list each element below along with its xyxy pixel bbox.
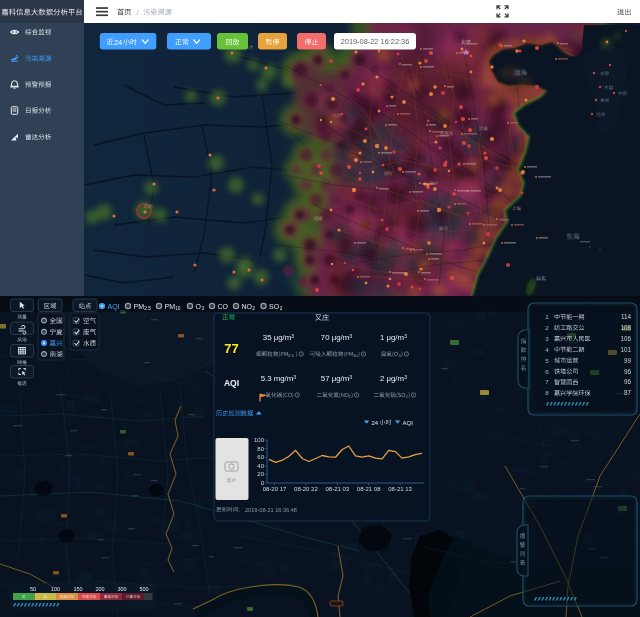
svg-text:200: 200 <box>95 586 104 592</box>
svg-text:20: 20 <box>257 471 264 477</box>
svg-text:3: 3 <box>291 333 294 339</box>
svg-text:99: 99 <box>624 357 632 364</box>
svg-text:101: 101 <box>620 346 631 353</box>
svg-text:AQI: AQI <box>224 378 239 388</box>
svg-text:SO: SO <box>269 303 280 310</box>
svg-text:40: 40 <box>257 463 264 469</box>
svg-text:08-20 17: 08-20 17 <box>263 486 287 492</box>
svg-text:3: 3 <box>404 333 407 339</box>
svg-text:1: 1 <box>545 313 549 320</box>
svg-text:PM: PM <box>165 303 176 310</box>
svg-text:108: 108 <box>620 324 631 331</box>
svg-text:6: 6 <box>545 368 549 375</box>
svg-text:NO: NO <box>242 303 253 310</box>
svg-text:08-21 08: 08-21 08 <box>357 486 381 492</box>
svg-text:96: 96 <box>624 378 632 385</box>
svg-text:77: 77 <box>224 341 238 356</box>
svg-text:100: 100 <box>254 437 265 443</box>
svg-text:3: 3 <box>349 374 352 380</box>
svg-text:24: 24 <box>372 420 379 426</box>
svg-text:08-20 22: 08-20 22 <box>294 486 318 492</box>
svg-text:35 μg/m: 35 μg/m <box>263 333 291 342</box>
svg-text:70 μg/m: 70 μg/m <box>321 333 349 342</box>
svg-text:5: 5 <box>545 357 549 364</box>
svg-text:5.3 mg/m: 5.3 mg/m <box>261 374 294 383</box>
svg-text:24: 24 <box>114 38 122 47</box>
svg-text:500: 500 <box>139 586 148 592</box>
svg-text:300: 300 <box>117 586 126 592</box>
svg-text:96: 96 <box>624 368 632 375</box>
svg-text:57 μg/m: 57 μg/m <box>321 374 349 383</box>
svg-text:2019-08-21 16:36:48: 2019-08-21 16:36:48 <box>245 507 297 513</box>
svg-text:08-21 13: 08-21 13 <box>388 486 412 492</box>
svg-text:80: 80 <box>257 446 264 452</box>
svg-text:2: 2 <box>545 324 549 331</box>
svg-text:2.5: 2.5 <box>144 306 151 311</box>
svg-text:2 μg/m: 2 μg/m <box>380 374 404 383</box>
svg-text:2: 2 <box>280 306 283 311</box>
svg-text:08-21 03: 08-21 03 <box>325 486 349 492</box>
svg-text:87: 87 <box>624 389 632 396</box>
svg-text:1 μg/m: 1 μg/m <box>380 333 404 342</box>
svg-text:3: 3 <box>545 335 549 342</box>
svg-text:2: 2 <box>252 306 255 311</box>
svg-text:2.5: 2.5 <box>288 353 294 358</box>
svg-text:106: 106 <box>620 335 631 342</box>
svg-text:AQI: AQI <box>108 303 120 311</box>
svg-text:114: 114 <box>621 313 632 320</box>
svg-text:10: 10 <box>353 353 358 358</box>
svg-text:60: 60 <box>257 454 264 460</box>
svg-text:3: 3 <box>404 374 407 380</box>
svg-text:150: 150 <box>73 586 82 592</box>
svg-text:2019-08-22 16:22:36: 2019-08-22 16:22:36 <box>341 37 410 46</box>
svg-text:3: 3 <box>293 374 296 380</box>
svg-text:4: 4 <box>545 346 549 353</box>
svg-text:CO: CO <box>218 303 229 310</box>
svg-text:PM: PM <box>134 303 145 310</box>
svg-text:10: 10 <box>175 306 181 311</box>
svg-text:O: O <box>196 303 202 310</box>
svg-text:AQI: AQI <box>403 420 414 426</box>
svg-text:8: 8 <box>545 389 549 396</box>
svg-text:7: 7 <box>545 378 549 385</box>
svg-text:3: 3 <box>349 333 352 339</box>
svg-text:100: 100 <box>51 586 60 592</box>
svg-text:50: 50 <box>30 586 36 592</box>
svg-text:3: 3 <box>202 306 205 311</box>
